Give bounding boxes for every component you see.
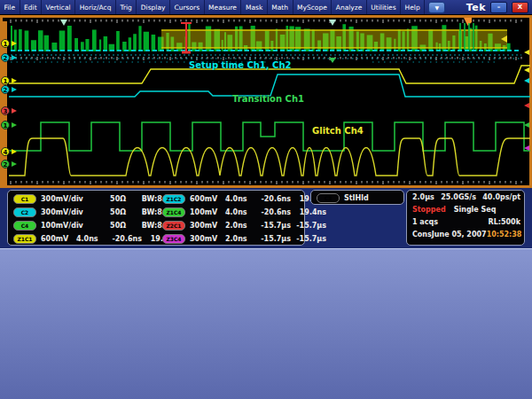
readout-field: -20.6ns bbox=[252, 195, 291, 203]
channel-marker-1[interactable]: 1 bbox=[1, 39, 10, 48]
cons-label: Cons bbox=[412, 231, 432, 239]
z1-zoom-label: Setup time Ch1, Ch2 bbox=[189, 60, 292, 70]
acq-mode: Single Seq bbox=[454, 206, 497, 214]
readout-field: 300mV/div bbox=[41, 208, 98, 216]
channel-marker-arrow bbox=[12, 122, 17, 128]
acq-count: 1 acqs bbox=[412, 218, 438, 226]
channel-badge-c4[interactable]: C4 bbox=[13, 221, 36, 231]
menu-item-vertical[interactable]: Vertical bbox=[42, 0, 75, 14]
readout-field: 50Ω bbox=[98, 195, 126, 203]
bus-readout-box: C3 StIHld bbox=[310, 190, 404, 205]
control-window: SelectConfigureResultsViewMode Results: … bbox=[0, 248, 532, 399]
bus-label: StIHld bbox=[344, 194, 369, 202]
readout-field: 100mV/div bbox=[41, 222, 98, 230]
waveform-display[interactable]: Setup time Ch1, Ch2 Transition Ch1 Glitc… bbox=[0, 14, 532, 188]
readout-row: Z1C4100mV4.0ns-20.6ns19.4ns bbox=[162, 207, 326, 217]
readout-row: Z2C1300mV2.0ns-15.7µs-15.7µs bbox=[162, 220, 326, 231]
channel-marker-2[interactable]: 2 bbox=[1, 160, 10, 168]
menubar-right: Tek – X bbox=[466, 2, 532, 13]
readout-field: -15.7µs bbox=[252, 235, 291, 243]
readout-row: Z1C1600mV4.0ns-20.6ns19.4ns bbox=[13, 233, 177, 244]
level-arrow bbox=[524, 67, 529, 73]
channel-marker-1[interactable]: 1 bbox=[1, 121, 10, 129]
channel-marker-3[interactable]: 3 bbox=[1, 106, 10, 115]
channel-badge-z2c1[interactable]: Z2C1 bbox=[162, 221, 185, 231]
channel-badge-z1c2[interactable]: Z1C2 bbox=[162, 194, 185, 204]
readout-field: 600mV bbox=[41, 235, 76, 243]
resolution-readout: 40.0ps/pt bbox=[482, 193, 520, 201]
channel-marker-1[interactable]: 1 bbox=[1, 76, 10, 85]
menu-item-math[interactable]: Math bbox=[268, 0, 293, 14]
channel-badge-z1c1[interactable]: Z1C1 bbox=[13, 234, 36, 244]
channel-badge-z1c4[interactable]: Z1C4 bbox=[162, 207, 185, 217]
menu-item-measure[interactable]: Measure bbox=[205, 0, 242, 14]
level-arrow bbox=[524, 103, 529, 108]
channel-marker-2[interactable]: 2 bbox=[1, 85, 10, 94]
close-button[interactable]: X bbox=[512, 2, 528, 13]
readout-field: -15.7µs bbox=[291, 222, 326, 230]
readout-field: 600mV bbox=[190, 195, 225, 203]
menu-bar: FileEditVerticalHoriz/AcqTrigDisplayCurs… bbox=[0, 0, 532, 15]
readout-field: 300mV/div bbox=[41, 195, 98, 203]
readout-field: 300mV bbox=[190, 222, 225, 230]
z2-zoom-label: Transition Ch1 bbox=[232, 94, 304, 104]
menu-item-trig[interactable]: Trig bbox=[116, 0, 137, 14]
readout-row: C1300mV/div50ΩBW:8.0G bbox=[13, 193, 176, 204]
readout-field: -15.7µs bbox=[252, 222, 291, 230]
readout-field: 4.0ns bbox=[225, 208, 252, 216]
level-arrow bbox=[524, 122, 529, 128]
channel-marker-arrow bbox=[12, 161, 17, 167]
readout-field: 19.4ns bbox=[291, 208, 326, 216]
readout-field: -15.7µs bbox=[291, 235, 326, 243]
time-readout: 10:52:38 bbox=[487, 231, 522, 239]
channel-badge-c2[interactable]: C2 bbox=[13, 207, 36, 217]
acquisition-readout-box: 2.0µs 25.0GS/s 40.0ps/pt Stopped Single … bbox=[406, 190, 525, 246]
record-length: RL:500k bbox=[489, 218, 520, 226]
menu-item-cursors[interactable]: Cursors bbox=[170, 0, 205, 14]
channel-marker-arrow bbox=[12, 108, 17, 113]
menu-item-horizacq[interactable]: Horiz/Acq bbox=[75, 0, 116, 14]
channel-marker-arrow bbox=[12, 78, 17, 83]
channel-marker-4[interactable]: 4 bbox=[1, 147, 10, 156]
readout-strip: C1300mV/div50ΩBW:8.0GC2300mV/div50ΩBW:8.… bbox=[0, 188, 532, 248]
channel-readout-box: C1300mV/div50ΩBW:8.0GC2300mV/div50ΩBW:8.… bbox=[7, 190, 305, 246]
menu-dropdown-icon[interactable]: ▼ bbox=[428, 2, 445, 13]
readout-field: 300mV bbox=[190, 235, 225, 243]
z3-zoom-label: Glitch Ch4 bbox=[312, 126, 364, 136]
level-arrow bbox=[524, 50, 529, 55]
readout-field: 100mV bbox=[190, 208, 225, 216]
readout-row: Z3C4300mV2.0ns-15.7µs-15.7µs bbox=[162, 233, 326, 244]
channel-marker-arrow bbox=[12, 87, 17, 92]
readout-field: -20.6ns bbox=[103, 235, 142, 243]
readout-field: 2.0ns bbox=[225, 235, 252, 243]
menu-item-mask[interactable]: Mask bbox=[241, 0, 267, 14]
readout-field: 50Ω bbox=[98, 208, 126, 216]
sample-rate-readout: 25.0GS/s bbox=[441, 193, 476, 201]
channel-marker-arrow bbox=[12, 41, 17, 46]
menu-item-file[interactable]: File bbox=[0, 0, 20, 14]
menu-item-display[interactable]: Display bbox=[137, 0, 170, 14]
bus-c3-badge[interactable]: C3 bbox=[317, 193, 340, 203]
channel-badge-z3c4[interactable]: Z3C4 bbox=[162, 234, 185, 244]
channel-marker-arrow bbox=[12, 55, 17, 60]
oscilloscope-screen: FileEditVerticalHoriz/AcqTrigDisplayCurs… bbox=[0, 0, 532, 399]
channel-marker-arrow bbox=[12, 149, 17, 154]
readout-field: -20.6ns bbox=[252, 208, 291, 216]
timebase-readout: 2.0µs bbox=[412, 193, 434, 201]
readout-field: 4.0ns bbox=[225, 195, 252, 203]
menu-item-edit[interactable]: Edit bbox=[20, 0, 43, 14]
tek-logo: Tek bbox=[466, 2, 486, 13]
zoom1-region-band bbox=[161, 30, 507, 48]
menu-items: FileEditVerticalHoriz/AcqTrigDisplayCurs… bbox=[0, 0, 425, 14]
readout-row: C2300mV/div50ΩBW:8.0G bbox=[13, 207, 176, 217]
menu-item-utilities[interactable]: Utilities bbox=[367, 0, 401, 14]
acq-status: Stopped bbox=[412, 206, 446, 214]
readout-field: 4.0ns bbox=[76, 235, 103, 243]
channel-marker-2[interactable]: 2 bbox=[1, 53, 10, 62]
readout-field: 2.0ns bbox=[225, 222, 252, 230]
menu-item-help[interactable]: Help bbox=[401, 0, 425, 14]
menu-item-myscope[interactable]: MyScope bbox=[293, 0, 332, 14]
menu-item-analyze[interactable]: Analyze bbox=[332, 0, 367, 14]
minimize-button[interactable]: – bbox=[490, 2, 507, 13]
channel-badge-c1[interactable]: C1 bbox=[13, 194, 36, 204]
